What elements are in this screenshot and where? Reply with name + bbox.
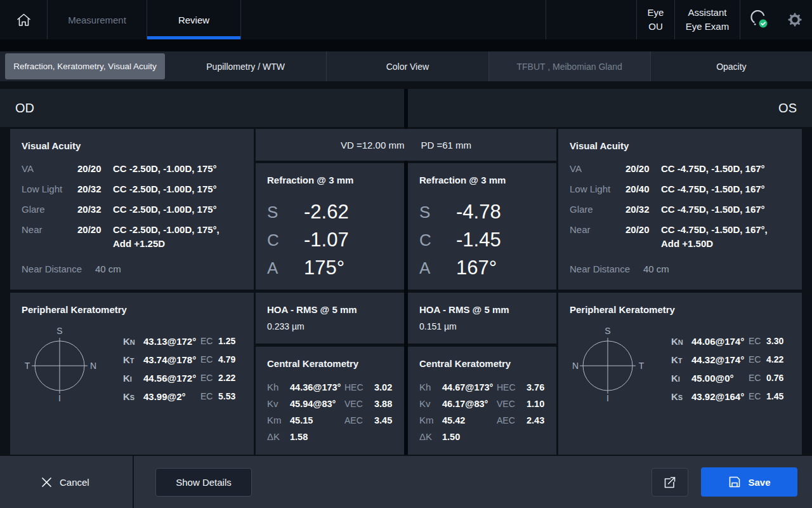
eye-selector-value: OU: [648, 20, 663, 33]
svg-text:T: T: [25, 361, 30, 371]
k-label: KN: [123, 333, 143, 351]
divider: [0, 39, 812, 51]
subtab-opacity[interactable]: Opacity: [650, 51, 812, 81]
review-subtab-bar: Refraction, Keratometry, Visual Acuity P…: [0, 51, 812, 81]
export-button[interactable]: [652, 468, 688, 497]
save-button[interactable]: Save: [701, 467, 797, 497]
k-label: KI: [671, 370, 691, 388]
refraction-row: C-1.07: [267, 226, 393, 254]
od-central-keratometry-panel: Central Keratometry Kh44.36@173°HEC3.02 …: [256, 347, 404, 455]
keratometry-row: KI 45.00@0° EC 0.76: [671, 370, 783, 388]
od-peripheral-keratometry-panel: Peripheral Keratometry S T N I KN 43.13@…: [10, 293, 254, 455]
assistant-label: Assistant: [688, 6, 727, 19]
k-label: KS: [671, 388, 691, 406]
k-label: KS: [123, 388, 143, 406]
check-badge-icon: [759, 20, 768, 28]
vd-value: VD =12.00 mm: [341, 140, 404, 150]
eye-selector[interactable]: Eye OU: [637, 0, 674, 39]
keratometry-row: KS 43.92@164° EC 1.45: [671, 388, 783, 406]
refraction-row: A175°: [267, 254, 393, 282]
va-row: Near 20/20 CC -4.75D, -1.50D, 167°,Add +…: [570, 220, 790, 254]
panel-title: Visual Acuity: [22, 140, 242, 151]
os-refraction-panel: Refraction @ 3 mm S-4.78 C-1.45 A167°: [408, 163, 556, 290]
cancel-button[interactable]: Cancel: [41, 456, 89, 508]
tab-measurement[interactable]: Measurement: [48, 0, 147, 39]
va-row: Low Light 20/40 CC -4.75D, -1.50D, 167°: [570, 179, 790, 199]
central-k-row: Kh44.67@173°HEC3.76: [419, 379, 545, 396]
keratometry-axes-diagram: S T N I: [24, 324, 98, 403]
va-row: Low Light 20/32 CC -2.50D, -1.00D, 175°: [22, 179, 242, 199]
top-bar: Measurement Review Eye OU Assistant Eye …: [0, 0, 812, 39]
subtab-label: TFBUT , Meibomian Gland: [517, 62, 622, 72]
hoa-value: 0.233 µm: [267, 321, 393, 331]
keratometry-row: KI 44.56@172° EC 2.22: [123, 370, 235, 388]
near-distance-row: Near Distance 40 cm: [570, 259, 790, 279]
close-icon: [41, 476, 53, 488]
subtab-label: Opacity: [716, 62, 746, 72]
home-button[interactable]: [0, 0, 47, 39]
od-header: OD: [0, 89, 404, 127]
panel-title: Central Keratometry: [419, 358, 545, 369]
divider: [133, 456, 134, 508]
subtab-label: Color View: [386, 62, 429, 72]
svg-text:N: N: [90, 361, 96, 371]
refraction-row: C-1.45: [419, 226, 545, 254]
panel-title: Peripheral Keratometry: [570, 304, 790, 315]
keratometry-row: KN 44.06@174° EC 3.30: [671, 333, 783, 351]
gear-icon: [787, 12, 802, 27]
svg-text:T: T: [639, 361, 645, 371]
panel-title: Refraction @ 3 mm: [419, 175, 545, 185]
central-k-row: ΔK1.58: [267, 429, 393, 445]
subtab-pupillometry-wtw[interactable]: Pupillometry / WTW: [165, 51, 326, 81]
near-distance-row: Near Distance 40 cm: [22, 259, 242, 279]
hoa-value: 0.151 µm: [419, 321, 545, 331]
keratometry-row: KT 44.32@174° EC 4.22: [671, 351, 783, 370]
save-label: Save: [748, 477, 770, 488]
central-k-row: Kv46.17@83°VEC1.10: [419, 396, 545, 412]
va-row: VA 20/20 CC -4.75D, -1.50D, 167°: [570, 159, 790, 179]
eye-selector-label: Eye: [648, 6, 664, 19]
va-row: Glare 20/32 CC -2.50D, -1.00D, 175°: [22, 199, 242, 220]
refraction-row: A167°: [419, 254, 545, 282]
k-label: KN: [671, 333, 691, 351]
tab-review-label: Review: [178, 15, 209, 25]
od-visual-acuity-panel: Visual Acuity VA 20/20 CC -2.50D, -1.00D…: [10, 129, 254, 290]
panel-title: Refraction @ 3 mm: [267, 175, 393, 185]
export-icon: [662, 474, 678, 491]
central-k-row: Km45.15AEC3.45: [267, 412, 393, 429]
vd-pd-panel: VD =12.00 mm PD =61 mm: [256, 129, 556, 161]
subtab-color-view[interactable]: Color View: [326, 51, 488, 81]
save-icon: [728, 475, 742, 489]
panel-title: Peripheral Keratometry: [22, 304, 242, 315]
refraction-row: S-2.62: [267, 198, 393, 226]
od-refraction-panel: Refraction @ 3 mm S-2.62 C-1.07 A175°: [256, 163, 404, 290]
panel-title: HOA - RMS @ 5 mm: [419, 304, 545, 315]
os-header: OS: [408, 89, 812, 127]
sync-status-icon: [750, 10, 769, 29]
od-hoa-panel: HOA - RMS @ 5 mm 0.233 µm: [256, 293, 404, 344]
assistant-exam-selector[interactable]: Assistant Eye Exam: [675, 0, 740, 39]
subtab-label: Pupillometry / WTW: [206, 62, 285, 72]
central-k-row: ΔK1.50: [419, 429, 545, 445]
tab-review[interactable]: Review: [147, 0, 240, 39]
k-label: KI: [123, 370, 143, 388]
svg-text:I: I: [58, 393, 61, 403]
va-row: Glare 20/32 CC -4.75D, -1.50D, 167°: [570, 199, 790, 220]
show-details-button[interactable]: Show Details: [155, 468, 252, 497]
od-label: OD: [15, 101, 34, 116]
subtab-tfbut-meibomian-gland[interactable]: TFBUT , Meibomian Gland: [488, 51, 650, 81]
central-k-row: Km45.42AEC2.43: [419, 412, 545, 429]
subtab-refraction-keratometry-visual-acuity[interactable]: Refraction, Keratometry, Visual Acuity: [5, 53, 165, 79]
app-window: Measurement Review Eye OU Assistant Eye …: [0, 0, 812, 508]
central-k-row: Kh44.36@173°HEC3.02: [267, 379, 393, 396]
os-hoa-panel: HOA - RMS @ 5 mm 0.151 µm: [408, 293, 556, 344]
home-icon: [15, 11, 32, 29]
panel-title: HOA - RMS @ 5 mm: [267, 304, 393, 315]
keratometry-row: KN 43.13@172° EC 1.25: [123, 333, 235, 351]
settings-button[interactable]: [787, 12, 802, 27]
va-row: VA 20/20 CC -2.50D, -1.00D, 175°: [22, 159, 242, 179]
keratometry-row: KT 43.74@178° EC 4.79: [123, 351, 235, 370]
svg-text:N: N: [572, 361, 579, 371]
sync-status-button[interactable]: [750, 10, 769, 29]
pd-value: PD =61 mm: [421, 140, 471, 150]
